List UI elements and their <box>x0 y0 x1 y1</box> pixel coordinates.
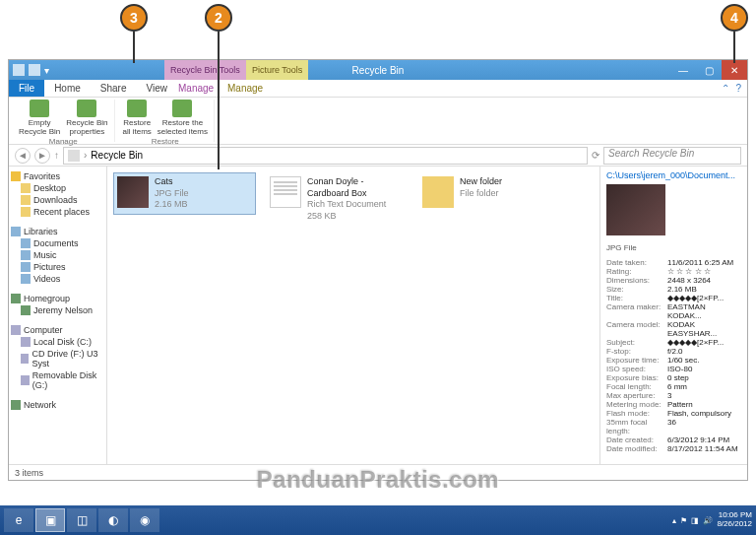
details-value[interactable]: 8/17/2012 11:54 AM <box>667 444 741 453</box>
file-type: JPG File <box>155 188 189 200</box>
details-thumbnail <box>606 184 665 235</box>
file-tab[interactable]: File <box>9 80 44 97</box>
recycle-bin-properties-button[interactable]: Recycle Bin properties <box>64 100 109 137</box>
titlebar[interactable]: ▾ Recycle Bin Tools Picture Tools Recycl… <box>9 60 747 80</box>
qat-dropdown-icon[interactable]: ▾ <box>44 65 49 76</box>
document-icon <box>270 176 301 208</box>
details-value[interactable]: 6/3/2012 9:14 PM <box>667 435 741 444</box>
up-button[interactable]: ↑ <box>54 150 59 161</box>
sidebar-item-user[interactable]: Jeremy Nelson <box>11 304 104 316</box>
context-tab-recyclebin[interactable]: Recycle Bin Tools <box>164 60 246 80</box>
refresh-icon[interactable]: ⟳ <box>592 150 599 161</box>
breadcrumb-item[interactable]: Recycle Bin <box>91 150 143 161</box>
file-item-doc[interactable]: Conan Doyle - Cardboard Box Rich Text Do… <box>266 172 409 227</box>
details-value[interactable]: 1/60 sec. <box>667 356 741 365</box>
file-name: New folder <box>460 176 502 188</box>
details-row: ISO speed:ISO-80 <box>606 365 741 373</box>
callout-3-line <box>133 32 135 63</box>
qat-icon[interactable] <box>29 64 40 76</box>
callout-4: 4 <box>721 4 748 32</box>
details-value[interactable]: ◆◆◆◆◆[2×FP... <box>667 338 741 347</box>
tray-flag-icon[interactable]: ⚑ <box>680 516 687 525</box>
restore-all-button[interactable]: Restore all items <box>121 100 154 137</box>
sidebar-favorites[interactable]: Favorites <box>11 170 104 182</box>
thumbnail-icon <box>117 176 149 208</box>
desktop-icon <box>21 183 31 193</box>
help-icon[interactable]: ? <box>735 83 741 94</box>
maximize-button[interactable]: ▢ <box>696 60 722 80</box>
details-value[interactable]: EASTMAN KODAK... <box>667 302 741 320</box>
details-value[interactable]: f/2.0 <box>667 347 741 356</box>
restore-selected-button[interactable]: Restore the selected items <box>156 100 210 137</box>
details-value[interactable]: Flash, compulsory <box>667 409 741 418</box>
breadcrumb[interactable]: › Recycle Bin <box>63 147 588 165</box>
tray-volume-icon[interactable]: 🔊 <box>703 516 713 525</box>
sidebar-item-desktop[interactable]: Desktop <box>11 182 104 194</box>
sidebar-network[interactable]: Network <box>11 399 104 411</box>
details-value[interactable]: 2448 x 3264 <box>667 276 741 285</box>
minimize-button[interactable]: — <box>670 60 696 80</box>
taskbar-app-button[interactable]: ◐ <box>98 508 128 532</box>
sidebar-item-music[interactable]: Music <box>11 249 104 261</box>
sidebar-item-downloads[interactable]: Downloads <box>11 194 104 206</box>
sidebar-libraries[interactable]: Libraries <box>11 226 104 237</box>
details-value[interactable]: ☆ ☆ ☆ ☆ ☆ <box>667 267 741 276</box>
details-row: Max aperture:3 <box>606 391 741 400</box>
sidebar-item-cd-drive[interactable]: CD Drive (F:) U3 Syst <box>11 348 104 369</box>
details-value[interactable]: Pattern <box>667 400 741 409</box>
tray-network-icon[interactable]: ◨ <box>691 516 699 525</box>
empty-recycle-bin-button[interactable]: Empty Recycle Bin <box>17 100 62 137</box>
details-value[interactable]: 11/6/2011 6:25 AM <box>667 258 741 267</box>
details-row: Focal length:6 mm <box>606 382 741 391</box>
app-icon: ◐ <box>108 513 118 527</box>
sidebar-homegroup[interactable]: Homegroup <box>11 293 104 304</box>
ribbon-expand-icon[interactable]: ⌃ <box>722 83 729 94</box>
close-button[interactable]: ✕ <box>722 60 747 80</box>
details-value[interactable]: 0 step <box>667 373 741 382</box>
forward-button[interactable]: ► <box>34 148 50 164</box>
file-item-cats[interactable]: Cats JPG File 2.16 MB <box>113 172 256 215</box>
tray-up-icon[interactable]: ▴ <box>672 516 676 525</box>
sidebar-item-documents[interactable]: Documents <box>11 237 104 249</box>
context-tab-picture[interactable]: Picture Tools <box>246 60 308 80</box>
sidebar-item-pictures[interactable]: Pictures <box>11 261 104 273</box>
window-title: Recycle Bin <box>352 65 405 76</box>
taskbar-explorer-button[interactable]: ▣ <box>35 508 65 532</box>
sidebar-item-local-disk[interactable]: Local Disk (C:) <box>11 336 104 348</box>
explorer-window: ▾ Recycle Bin Tools Picture Tools Recycl… <box>8 59 748 481</box>
app-icon: ◫ <box>77 513 88 527</box>
file-size: 2.16 MB <box>155 199 189 211</box>
home-tab[interactable]: Home <box>44 80 91 97</box>
sidebar-item-recent[interactable]: Recent places <box>11 206 104 218</box>
sidebar-item-videos[interactable]: Videos <box>11 273 104 285</box>
manage-tab-picture[interactable]: Manage <box>218 80 273 97</box>
details-type: JPG File <box>606 243 741 252</box>
navigation-pane: Favorites Desktop Downloads Recent place… <box>9 167 107 464</box>
details-value[interactable]: 36 <box>667 418 741 435</box>
details-value[interactable]: 2.16 MB <box>667 285 741 294</box>
details-key: Focal length: <box>606 382 667 391</box>
details-value[interactable]: 3 <box>667 391 741 400</box>
back-button[interactable]: ◄ <box>15 148 31 164</box>
details-value[interactable]: ◆◆◆◆◆[2×FP... <box>667 294 741 302</box>
search-input[interactable]: Search Recycle Bin <box>603 147 741 165</box>
file-type: File folder <box>460 188 502 200</box>
details-value[interactable]: KODAK EASYSHAR... <box>667 320 741 338</box>
sidebar-computer[interactable]: Computer <box>11 324 104 336</box>
taskbar[interactable]: e ▣ ◫ ◐ ◉ ▴ ⚑ ◨ 🔊 10:06 PM 8/26/2012 <box>0 505 756 535</box>
manage-tab-recyclebin[interactable]: Manage <box>168 80 223 97</box>
details-value[interactable]: ISO-80 <box>667 365 741 373</box>
taskbar-app-button[interactable]: ◉ <box>130 508 159 532</box>
qat-icon[interactable] <box>13 64 25 76</box>
details-path: C:\Users\jerem_000\Document... <box>606 170 741 180</box>
taskbar-ie-button[interactable]: e <box>4 508 33 532</box>
taskbar-clock[interactable]: 10:06 PM 8/26/2012 <box>717 511 752 529</box>
sidebar-item-removable[interactable]: Removable Disk (G:) <box>11 369 104 391</box>
details-key: Date taken: <box>606 258 667 267</box>
share-tab[interactable]: Share <box>91 80 137 97</box>
cd-icon <box>21 354 29 364</box>
taskbar-app-button[interactable]: ◫ <box>67 508 96 532</box>
file-item-folder[interactable]: New folder File folder <box>418 172 561 212</box>
file-list[interactable]: Cats JPG File 2.16 MB Conan Doyle - Card… <box>107 167 599 464</box>
details-value[interactable]: 6 mm <box>667 382 741 391</box>
